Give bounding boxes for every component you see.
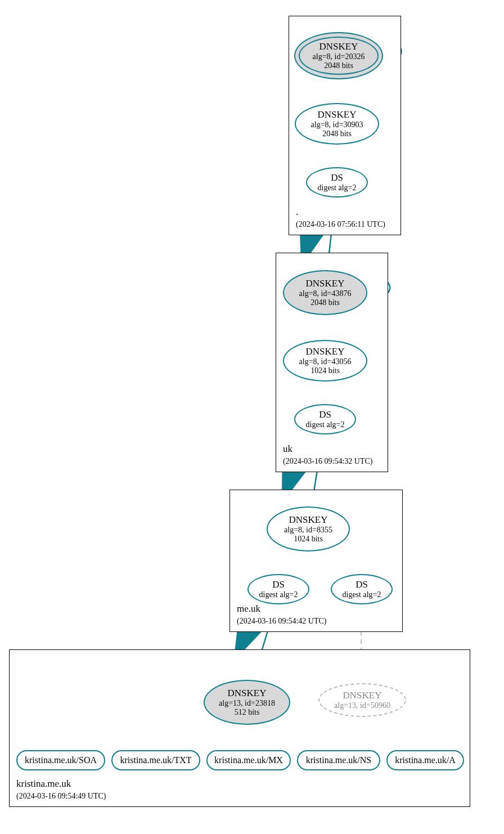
kristina-key-l1: alg=13, id=23818 xyxy=(219,699,275,708)
rr-ns: kristina.me.uk/NS xyxy=(297,750,380,770)
kristina-key-l2: 512 bits xyxy=(235,708,260,717)
kristina-key2-title: DNSKEY xyxy=(343,690,382,701)
uk-ds: DS digest alg=2 xyxy=(294,404,356,434)
rr-a: kristina.me.uk/A xyxy=(386,750,464,770)
kristina-key: DNSKEY alg=13, id=23818 512 bits xyxy=(204,680,290,725)
zone-kristina: kristina.me.uk (2024-03-16 09:54:49 UTC) xyxy=(9,649,470,807)
zone-uk-time: (2024-03-16 09:54:32 UTC) xyxy=(283,457,372,466)
root-ds-title: DS xyxy=(331,172,343,183)
meuk-key-l2: 1024 bits xyxy=(294,535,323,544)
zone-kristina-label: kristina.me.uk xyxy=(16,778,71,790)
rr-ns-txt: kristina.me.uk/NS xyxy=(306,755,371,765)
root-ksk-l1: alg=8, id=20326 xyxy=(313,52,365,61)
zone-uk-label: uk xyxy=(283,443,292,455)
meuk-ds2: DS digest alg=2 xyxy=(331,574,393,604)
uk-zsk-l1: alg=8, id=43056 xyxy=(299,357,352,366)
meuk-ds1-l1: digest alg=2 xyxy=(259,590,298,599)
root-zsk-l1: alg=8, id=30903 xyxy=(311,120,363,129)
root-ksk-title: DNSKEY xyxy=(320,41,358,52)
meuk-ds1: DS digest alg=2 xyxy=(248,574,309,604)
zone-meuk-label: me.uk xyxy=(237,603,260,615)
zone-root-label: . xyxy=(296,207,298,218)
meuk-key-title: DNSKEY xyxy=(289,514,328,526)
root-ds-l1: digest alg=2 xyxy=(318,183,357,192)
zone-root-time: (2024-03-16 07:56:11 UTC) xyxy=(296,220,385,229)
kristina-key2-l1: alg=13, id=50960 xyxy=(334,701,390,710)
root-zsk-title: DNSKEY xyxy=(318,109,357,120)
kristina-key-title: DNSKEY xyxy=(228,688,267,699)
rr-mx-txt: kristina.me.uk/MX xyxy=(214,755,283,765)
uk-zsk-title: DNSKEY xyxy=(306,346,345,357)
uk-zsk-l2: 1024 bits xyxy=(310,366,340,375)
rr-txt: kristina.me.uk/TXT xyxy=(111,750,200,770)
root-ksk: DNSKEY alg=8, id=20326 2048 bits xyxy=(294,32,383,79)
rr-txt-txt: kristina.me.uk/TXT xyxy=(120,755,191,765)
root-zsk: DNSKEY alg=8, id=30903 2048 bits xyxy=(295,103,379,145)
kristina-key2-dashed: DNSKEY alg=13, id=50960 xyxy=(318,683,406,717)
uk-ksk-l2: 2048 bits xyxy=(310,298,340,307)
root-zsk-l2: 2048 bits xyxy=(322,129,352,138)
rr-soa: kristina.me.uk/SOA xyxy=(16,750,105,770)
root-ds: DS digest alg=2 xyxy=(306,167,368,198)
zone-meuk-time: (2024-03-16 09:54:42 UTC) xyxy=(237,617,326,626)
uk-ds-title: DS xyxy=(319,409,331,420)
meuk-key-l1: alg=8, id=8355 xyxy=(284,526,332,535)
meuk-ds2-title: DS xyxy=(356,579,368,590)
rr-soa-txt: kristina.me.uk/SOA xyxy=(25,755,97,765)
meuk-key: DNSKEY alg=8, id=8355 1024 bits xyxy=(267,506,350,551)
rr-mx: kristina.me.uk/MX xyxy=(206,750,291,770)
meuk-ds1-title: DS xyxy=(272,579,285,590)
root-ksk-l2: 2048 bits xyxy=(324,61,353,70)
uk-zsk: DNSKEY alg=8, id=43056 1024 bits xyxy=(283,340,367,382)
uk-ksk-title: DNSKEY xyxy=(306,278,345,289)
uk-ksk: DNSKEY alg=8, id=43876 2048 bits xyxy=(283,270,367,315)
zone-kristina-time: (2024-03-16 09:54:49 UTC) xyxy=(16,792,106,801)
uk-ksk-l1: alg=8, id=43876 xyxy=(299,289,352,298)
uk-ds-l1: digest alg=2 xyxy=(306,420,345,429)
meuk-ds2-l1: digest alg=2 xyxy=(343,590,381,599)
rr-a-txt: kristina.me.uk/A xyxy=(395,755,456,765)
